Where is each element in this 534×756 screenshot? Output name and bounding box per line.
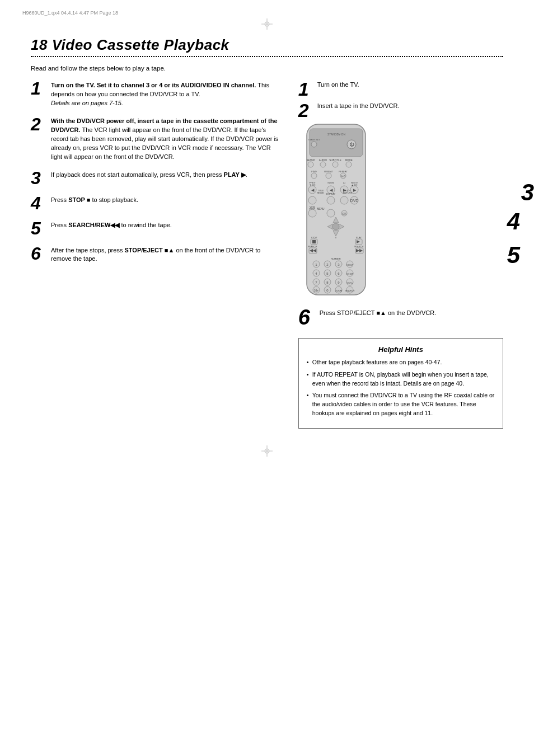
svg-text:SETUP: SETUP [306,159,315,162]
step-4-text: Press STOP ■ to stop playback. [51,194,138,205]
step-6: 6 After the tape stops, press STOP/EJECT… [31,245,282,264]
svg-text:STANDBY·ON: STANDBY·ON [327,133,346,136]
svg-text:⏻: ⏻ [349,142,354,147]
page-meta: H9660UD_1.qx4 04.4.14 4:47 PM Page 18 [0,0,534,18]
step-6-text: After the tape stops, press STOP/EJECT ■… [51,245,282,264]
svg-text:II: II [335,236,336,239]
step-1-number: 1 [31,79,46,97]
svg-text:REPEAT: REPEAT [324,170,333,173]
step-5: 5 Press SEARCH/REW◀◀ to rewind the tape. [31,219,282,237]
svg-point-60 [332,223,339,230]
svg-text:SLOW: SLOW [327,181,334,184]
svg-text:SEARCH: SEARCH [345,289,354,292]
svg-text:OK: OK [342,212,346,215]
remote-image: STANDBY·ON ⏻ TIMER SET SETUP AUDIO SUBTI… [298,123,374,299]
svg-text:ZOOM: ZOOM [335,289,342,292]
right-step-6: 6 Press STOP/EJECT ■▲ on the DVD/VCR. [298,307,503,328]
right-step-1: 1 Turn on the TV. [298,79,503,98]
svg-text:AUDIO: AUDIO [319,159,327,162]
step-3: 3 If playback does not start automatical… [31,169,282,187]
svg-point-21 [311,173,317,179]
svg-text:PLAY: PLAY [356,236,362,239]
svg-point-51 [308,209,316,217]
svg-point-14 [308,162,313,167]
svg-text:(+): (+) [343,182,345,184]
remote-step-labels: 4 5 [507,210,520,267]
section-divider [31,56,503,57]
svg-point-45 [340,196,348,204]
svg-text:DISPLAY: DISPLAY [326,192,335,195]
remote-label-5: 5 [507,243,520,267]
svg-text:VCR+: VCR+ [346,281,353,284]
svg-point-8 [311,142,317,147]
crosshair-top [261,18,273,30]
left-column: 1 Turn on the TV. Set it to channel 3 or… [31,79,282,271]
step-1: 1 Turn on the TV. Set it to channel 3 or… [31,79,282,108]
svg-text:NUMBER: NUMBER [331,257,340,260]
remote-label-3: 3 [521,179,534,206]
step-2: 2 With the DVD/VCR power off, insert a t… [31,115,282,162]
step-5-text: Press SEARCH/REW◀◀ to rewind the tape. [51,219,172,230]
hint-item-3: You must connect the DVD/VCR to a TV usi… [307,391,495,417]
svg-text:◀◀: ◀◀ [310,248,317,253]
svg-text:DVD: DVD [350,199,358,203]
right-step-1-text: Turn on the TV. [317,79,359,90]
svg-text:FIND: FIND [311,170,316,173]
right-column: 1 Turn on the TV. 2 Insert a tape in the… [298,79,503,429]
svg-text:A-B: A-B [341,175,345,178]
step-3-number: 3 [31,169,46,187]
svg-point-44 [327,196,335,204]
step-3-text: If playback does not start automatically… [51,169,247,180]
file-info-text: H9660UD_1.qx4 04.4.14 4:47 PM Page 18 [22,10,118,16]
svg-text:MODE: MODE [317,191,324,194]
step-4: 4 Press STOP ■ to stop playback. [31,194,282,212]
right-step-6-text: Press STOP/EJECT ■▲ on the DVD/VCR. [320,307,436,318]
svg-text:MENU: MENU [317,208,324,210]
crosshair-bottom [261,445,273,457]
svg-text:▶▶: ▶▶ [356,248,363,253]
step-6-number: 6 [31,245,46,262]
remote-diagram-container: STANDBY·ON ⏻ TIMER SET SETUP AUDIO SUBTI… [298,123,503,299]
svg-point-43 [308,196,316,204]
hint-item-2: If AUTO REPEAT is ON, playback will begi… [307,370,495,388]
svg-text:REPEAT: REPEAT [339,170,348,173]
step-2-text: With the DVD/VCR power off, insert a tap… [51,115,282,162]
helpful-hints-box: Helpful Hints Other tape playback featur… [298,338,503,429]
remote-label-4: 4 [507,210,520,233]
intro-text: Read and follow the steps below to play … [31,65,503,72]
svg-text:MODE: MODE [345,159,353,162]
step-5-number: 5 [31,219,46,237]
svg-point-16 [332,162,338,167]
right-step-6-number: 6 [298,307,315,328]
svg-point-17 [346,162,352,167]
page-title: 18 Video Cassette Playback [31,36,503,54]
helpful-hints-list: Other tape playback features are on page… [307,358,495,418]
svg-text:CH DN: CH DN [346,273,353,275]
svg-text:10+: 10+ [313,289,318,292]
svg-rect-63 [312,240,316,243]
right-step-2-text: Insert a tape in the DVD/VCR. [317,101,400,111]
svg-point-22 [326,173,331,179]
right-step-1-number: 1 [298,79,314,98]
svg-text:TIMER SET: TIMER SET [308,138,320,141]
right-step-2: 2 Insert a tape in the DVD/VCR. [298,101,503,120]
svg-text:RETURN: RETURN [343,191,352,194]
svg-text:SUBTITLE: SUBTITLE [329,159,341,162]
remote-svg: STANDBY·ON ⏻ TIMER SET SETUP AUDIO SUBTI… [298,123,374,297]
svg-text:CH UP: CH UP [346,264,353,266]
svg-point-15 [320,162,326,167]
svg-point-52 [327,209,335,217]
svg-text:STOP: STOP [311,236,317,239]
step-1-text: Turn on the TV. Set it to channel 3 or 4… [51,79,282,108]
helpful-hints-title: Helpful Hints [307,345,495,354]
step-2-number: 2 [31,115,46,133]
step-4-number: 4 [31,194,46,212]
hint-item-1: Other tape playback features are on page… [307,358,495,367]
right-step-2-number: 2 [298,101,314,120]
